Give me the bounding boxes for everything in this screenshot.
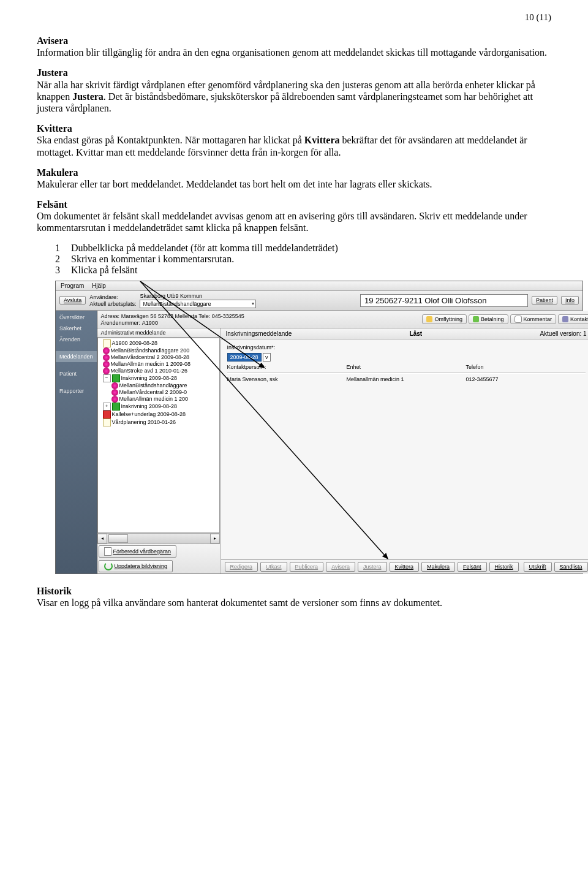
nav-patient[interactable]: Patient xyxy=(56,368,97,379)
body-justera: När alla har skrivit färdigt vårdplanen … xyxy=(37,79,551,115)
historik-button[interactable]: Historik xyxy=(489,562,519,572)
locked-label: Låst xyxy=(410,330,423,337)
section-makulera: Makulera Makulerar eller tar bort meddel… xyxy=(37,167,551,190)
inskriv-date-field[interactable]: 2009-08-28 xyxy=(227,353,262,362)
action-bar: Redigera Utkast Publicera Avisera Juster… xyxy=(221,559,588,574)
people-icon xyxy=(111,389,118,396)
doc-icon xyxy=(103,339,111,347)
doc-icon xyxy=(104,547,111,556)
heading-avisera: Avisera xyxy=(37,36,68,46)
people-icon xyxy=(103,368,110,374)
app-screenshot: Program Hjälp Avsluta Användare: Aktuell… xyxy=(55,281,583,574)
section-felsant: Felsänt Om dokumentet är felsänt skall m… xyxy=(37,199,551,234)
workplace-dropdown[interactable]: MellanBiståndshandläggare xyxy=(140,300,256,308)
tree-hscroll[interactable]: ◂ ▸ xyxy=(97,533,220,544)
address-value: Maravägen 56 52783 Mellersta Tele: 045-3… xyxy=(121,313,244,319)
heading-makulera: Makulera xyxy=(37,167,78,178)
page-number: 10 (11) xyxy=(37,12,551,23)
people-icon xyxy=(103,347,110,354)
heading-kvittera: Kvittera xyxy=(37,123,72,134)
side-nav: Översikter Säkerhet Ärenden Meddelanden … xyxy=(56,311,97,574)
date-picker-button[interactable]: v xyxy=(263,353,271,362)
kontakt-value: Maria Svensson, ssk xyxy=(227,376,347,382)
section-avisera: Avisera Information blir tillgänglig för… xyxy=(37,35,551,58)
avsluta-button[interactable]: Avsluta xyxy=(59,296,86,305)
patient-display: 19 250627-9211 Olof Olli Olofsson xyxy=(360,294,528,307)
kontakter-icon xyxy=(562,316,568,322)
sandlista-button[interactable]: Sändlista xyxy=(554,562,588,572)
heading-felsant: Felsänt xyxy=(37,199,67,210)
nav-oversikter[interactable]: Översikter xyxy=(56,312,97,323)
people-icon xyxy=(103,361,110,368)
forebered-button[interactable]: Förberedd vårdbegäran xyxy=(99,545,177,558)
people-icon xyxy=(111,382,118,389)
people-icon xyxy=(111,396,118,403)
publicera-button[interactable]: Publicera xyxy=(290,562,324,572)
body-makulera: Makulerar eller tar bort meddelandet. Me… xyxy=(37,178,551,190)
expand-icon[interactable]: + xyxy=(103,403,111,411)
step-3: Klicka på felsänt xyxy=(71,265,137,276)
menu-program[interactable]: Program xyxy=(61,282,84,289)
utskrift-button[interactable]: Utskrift xyxy=(524,562,552,572)
top-bar: Avsluta Användare: Aktuell arbetsplats: … xyxy=(56,291,582,311)
enhet-label: Enhet xyxy=(347,364,466,370)
telefon-value: 012-3455677 xyxy=(466,376,586,382)
nav-rapporter[interactable]: Rapporter xyxy=(56,385,97,396)
user-value: Skaraborg Utb9 Kommun xyxy=(140,293,250,299)
utkast-button[interactable]: Utkast xyxy=(260,562,287,572)
nav-sakerhet[interactable]: Säkerhet xyxy=(56,323,97,334)
info-button[interactable]: Info xyxy=(561,296,579,305)
caseno-label: Ärendenummer: xyxy=(101,320,141,326)
telefon-label: Telefon xyxy=(466,364,586,370)
section-justera: Justera När alla har skrivit färdigt vår… xyxy=(37,67,551,114)
omflyttning-button[interactable]: Omflyttning xyxy=(422,314,467,324)
folder-icon xyxy=(112,403,120,411)
workplace-label: Aktuell arbetsplats: xyxy=(89,301,136,307)
nav-meddelanden[interactable]: Meddelanden xyxy=(56,351,97,362)
heading-justera: Justera xyxy=(37,67,68,78)
avisera-button[interactable]: Avisera xyxy=(326,562,355,572)
menu-help[interactable]: Hjälp xyxy=(92,282,106,289)
justera-button[interactable]: Justera xyxy=(358,562,387,572)
body-avisera: Information blir tillgänglig för andra ä… xyxy=(37,47,551,58)
heading-historik: Historik xyxy=(37,586,72,596)
user-label: Användare: xyxy=(89,294,118,300)
step-1: Dubbelklicka på meddelandet (för att kom… xyxy=(71,243,338,254)
content-title: Inskrivningsmeddelande xyxy=(226,330,292,337)
patient-button[interactable]: Patient xyxy=(532,296,557,305)
tree-panel: Administrativt meddelande A1900 2009-08-… xyxy=(97,328,221,574)
scroll-right-icon[interactable]: ▸ xyxy=(210,534,220,544)
betalning-button[interactable]: Betalning xyxy=(469,314,508,324)
body-felsant: Om dokumentet är felsänt skall meddeland… xyxy=(37,210,551,233)
info-bar: Adress: Maravägen 56 52783 Mellersta Tel… xyxy=(97,311,588,328)
alert-icon xyxy=(103,411,111,419)
felsant-button[interactable]: Felsänt xyxy=(458,562,487,572)
betalning-icon xyxy=(473,316,479,322)
step-2: Skriva en kommentar i kommentarsrutan. xyxy=(71,254,234,265)
scroll-thumb[interactable] xyxy=(108,534,128,543)
section-kvittera: Kvittera Ska endast göras på Kontaktpunk… xyxy=(37,123,551,158)
kommentar-icon xyxy=(514,316,522,323)
makulera-button[interactable]: Makulera xyxy=(421,562,455,572)
scroll-left-icon[interactable]: ◂ xyxy=(97,534,107,544)
kontakt-label: Kontaktperson*: xyxy=(227,364,347,370)
kontakter-button[interactable]: Kontakter xyxy=(558,314,588,324)
enhet-value: Mellanallmän medicin 1 xyxy=(347,376,466,382)
people-icon xyxy=(103,354,110,361)
felsant-steps: 1Dubbelklicka på meddelandet (för att ko… xyxy=(55,243,551,276)
content-panel: Inskrivningsmeddelande Låst Aktuell vers… xyxy=(221,328,588,574)
expand-icon[interactable]: − xyxy=(103,374,111,382)
tree-tab[interactable]: Administrativt meddelande xyxy=(97,328,220,338)
nav-arenden[interactable]: Ärenden xyxy=(56,334,97,345)
redigera-button[interactable]: Redigera xyxy=(225,562,258,572)
body-kvittera: Ska endast göras på Kontaktpunkten. När … xyxy=(37,134,551,157)
omflyttning-icon xyxy=(426,316,432,322)
uppdatera-button[interactable]: Uppdatera bildvisning xyxy=(99,560,173,572)
kvittera-button[interactable]: Kvittera xyxy=(390,562,420,572)
kommentar-button[interactable]: Kommentar xyxy=(510,314,557,324)
caseno-value: A1900 xyxy=(142,320,158,326)
message-tree[interactable]: A1900 2009-08-28 MellanBiståndshandlägga… xyxy=(97,338,220,533)
section-historik: Historik Visar en logg på vilka användar… xyxy=(37,585,551,608)
body-historik: Visar en logg på vilka användare som han… xyxy=(37,597,551,608)
doc-icon xyxy=(103,419,111,426)
